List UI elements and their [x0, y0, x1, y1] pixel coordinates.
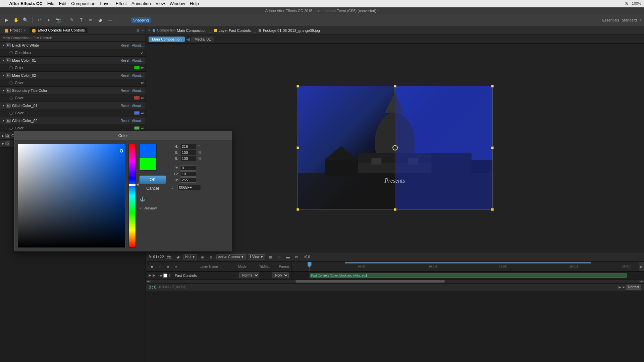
menu-animation[interactable]: Animation [131, 1, 151, 6]
project-tab-close[interactable]: ✕ [23, 29, 26, 32]
about-sec-btn[interactable]: About... [132, 89, 144, 93]
track-bar-1[interactable]: Fast Controls [Color, black and white, e… [310, 273, 627, 278]
menu-view[interactable]: View [156, 1, 165, 6]
view-count-dropdown[interactable]: 1 View ▼ [248, 254, 265, 259]
reset-mc02-btn[interactable]: Reset [120, 74, 129, 77]
snapshot-btn[interactable]: 📷 [166, 254, 173, 260]
flow-btn[interactable]: ▬ [284, 254, 291, 260]
reset-g02-btn[interactable]: Reset [120, 119, 129, 123]
about-bw-btn[interactable]: About... [132, 44, 144, 47]
menu-effect[interactable]: Effect [116, 1, 127, 6]
pen-tool[interactable]: ✎ [68, 16, 76, 24]
3d-btn[interactable]: □ [276, 254, 282, 260]
apple-menu[interactable]:  [3, 1, 4, 6]
track-audio[interactable]: ▶ [153, 273, 155, 278]
red-input[interactable] [180, 165, 196, 171]
effect-glitch-02-header[interactable]: ▼ fx Glitch Color_02 Reset About... [0, 117, 146, 124]
undo-btn[interactable]: ↩ [35, 16, 43, 24]
play-btn[interactable]: ▶ [619, 285, 621, 289]
hue-slider[interactable] [128, 144, 136, 248]
track-lock[interactable]: ■ [160, 274, 162, 277]
handle-bl[interactable] [297, 208, 299, 211]
color-btn[interactable]: ◕ [175, 254, 181, 260]
g02-color-swatch[interactable] [134, 126, 140, 130]
menu-file[interactable]: File [47, 1, 54, 6]
text-tool[interactable]: T [77, 16, 85, 24]
g01-color-swatch[interactable] [134, 111, 140, 115]
track-mode-select[interactable]: Normal [239, 273, 259, 278]
effect-secondary-header[interactable]: ▼ fx Secondary Title Color Reset About..… [0, 87, 146, 94]
green-input[interactable] [180, 171, 196, 177]
hand-tool[interactable]: ✋ [12, 16, 20, 24]
reset-bw-btn[interactable]: Reset [120, 44, 129, 47]
tl-ctrl-4[interactable]: ● [173, 264, 179, 270]
mc01-color-swatch[interactable] [134, 66, 140, 69]
reset-g01-btn[interactable]: Reset [120, 104, 129, 108]
effect-glitch-01-header[interactable]: ▼ fx Glitch Color_01 Reset About... [0, 102, 146, 109]
checkbox-value[interactable]: ✓ [141, 51, 144, 55]
brightness-input[interactable] [180, 156, 196, 161]
effect-black-and-white-header[interactable]: ▼ fx Black And White Reset About... [0, 42, 146, 49]
color-gradient-picker[interactable] [18, 144, 125, 248]
ok-button[interactable]: OK [139, 175, 166, 184]
menu-help[interactable]: Help [190, 1, 199, 6]
align-tools[interactable]: ☰ [119, 16, 127, 24]
shape-tool[interactable]: ■ [45, 16, 53, 24]
essentials-label[interactable]: Essentials [602, 18, 619, 22]
track-solo[interactable]: ○ [157, 274, 159, 277]
track-parent-select[interactable]: None [272, 273, 289, 278]
footage-tab[interactable]: Footage 01-06-2013_grunge09.jpg [263, 28, 320, 33]
close-comp-icon[interactable]: ✕ [148, 29, 151, 32]
hex-input[interactable] [177, 185, 201, 190]
handle-tr[interactable] [491, 85, 494, 87]
swatch-old[interactable] [139, 157, 157, 171]
tl-ctrl-1[interactable]: ■ [149, 264, 155, 270]
cancel-button[interactable]: Cancel [139, 186, 166, 191]
viewer-nav-icon[interactable]: ◀ [186, 37, 190, 42]
reset-mc01-btn[interactable]: Reset [120, 59, 129, 62]
camera-tool[interactable]: 📷 [54, 16, 62, 24]
panel-expand-btn[interactable]: » [142, 28, 144, 32]
hue-input[interactable] [180, 144, 196, 149]
selection-tool[interactable]: ▶ [3, 16, 11, 24]
snapping-button[interactable]: Snapping [131, 17, 151, 23]
handle-ml[interactable] [297, 146, 299, 149]
blue-input[interactable] [180, 177, 196, 183]
grid-btn[interactable]: ▦ [267, 254, 274, 260]
swatch-new[interactable] [139, 144, 157, 157]
effect-main-color-01-header[interactable]: ▼ fx Main Color_01 Reset About... [0, 57, 146, 64]
standard-label[interactable]: Standard [622, 18, 637, 22]
menu-window[interactable]: Window [170, 1, 185, 6]
tl-ctrl-2[interactable]: ♢ [157, 264, 163, 270]
tab-effect-controls[interactable]: Effect Controls Fast Controls [30, 27, 87, 33]
sec-color-swatch[interactable] [134, 96, 140, 100]
timeline-end-marker[interactable]: ▶ [639, 262, 644, 271]
handle-tm[interactable] [394, 85, 396, 87]
layer-fast-controls-tab[interactable]: Layer Fast Controls [219, 28, 251, 33]
about-g01-btn[interactable]: About... [132, 104, 144, 108]
region-btn[interactable]: ▤ [208, 254, 214, 260]
fit-btn[interactable]: ▣ [199, 254, 206, 260]
menu-app-name[interactable]: After Effects CC [9, 1, 43, 6]
about-mc02-btn[interactable]: About... [132, 74, 144, 77]
tab-project[interactable]: Project ✕ [2, 27, 29, 33]
panel-menu-btn[interactable]: ☰ [137, 28, 140, 32]
scroll-end-btn[interactable]: ▶ [639, 280, 644, 283]
puppet-tool[interactable]: ⸻ [105, 16, 113, 24]
handle-br[interactable] [491, 208, 494, 211]
saturation-input[interactable] [180, 150, 196, 155]
zoom-tool[interactable]: 🔍 [21, 16, 30, 24]
menu-edit[interactable]: Edit [59, 1, 66, 6]
brush-tool[interactable]: ✏ [87, 16, 95, 24]
handle-mr[interactable] [491, 146, 494, 149]
zoom-dropdown[interactable]: Half ▼ [183, 254, 197, 259]
viewer-tab-main[interactable]: Main Composition [149, 37, 185, 42]
work-area-bar[interactable] [345, 262, 591, 263]
handle-tl[interactable] [297, 85, 299, 87]
effect-main-color-02-header[interactable]: ▼ fx Main Color_02 Reset About... [0, 72, 146, 79]
camera-dropdown[interactable]: Active Camera ▼ [216, 254, 246, 259]
scroll-thumb[interactable] [296, 280, 445, 283]
track-visibility[interactable]: ▶ [149, 273, 151, 278]
tl-ctrl-3[interactable]: ★ [165, 264, 171, 270]
scroll-start-btn[interactable]: ◀ [146, 280, 151, 283]
